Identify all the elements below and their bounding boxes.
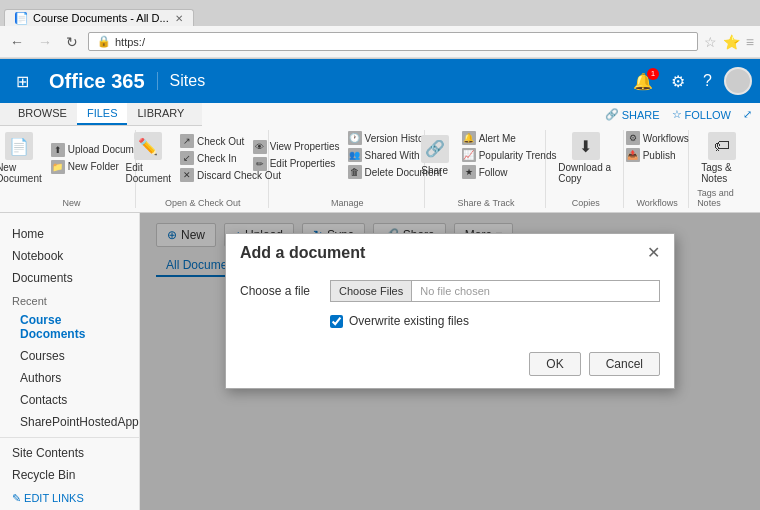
delete-icon: 🗑 xyxy=(348,165,362,179)
workflows-icon: ⚙ xyxy=(626,131,640,145)
forward-button[interactable]: → xyxy=(34,32,56,52)
sidebar-item-notebook[interactable]: Notebook xyxy=(0,245,139,267)
ok-button[interactable]: OK xyxy=(529,352,580,376)
sidebar-item-contacts[interactable]: Contacts xyxy=(0,389,139,411)
add-document-dialog: Add a document ✕ Choose a file Choose Fi… xyxy=(225,233,675,389)
user-avatar[interactable] xyxy=(724,67,752,95)
sidebar-item-recycle-bin[interactable]: Recycle Bin xyxy=(0,464,139,486)
alert-me-button[interactable]: 🔔 Alert Me xyxy=(459,130,560,146)
check-out-icon: ↗ xyxy=(180,134,194,148)
sidebar-item-course-documents[interactable]: Course Docoments xyxy=(0,309,139,345)
upload-icon: ⬆ xyxy=(51,143,65,157)
open-group-label: Open & Check Out xyxy=(165,196,241,208)
edit-links-button[interactable]: ✎ EDIT LINKS xyxy=(0,486,139,510)
file-input-field: Choose Files No file chosen xyxy=(330,280,660,302)
workflows-button[interactable]: ⚙ Workflows xyxy=(623,130,692,146)
ssl-lock-icon: 🔒 xyxy=(97,35,111,48)
ribbon-tabs: BROWSE FILES LIBRARY xyxy=(0,103,202,126)
sidebar-item-home[interactable]: Home xyxy=(0,223,139,245)
settings-button[interactable]: ⚙ xyxy=(665,68,691,95)
ribbon-actions: 🔗 SHARE ☆ FOLLOW ⤢ xyxy=(597,106,760,123)
back-button[interactable]: ← xyxy=(6,32,28,52)
office365-title: Office 365 xyxy=(37,70,157,93)
dialog-overlay: Add a document ✕ Choose a file Choose Fi… xyxy=(140,213,760,510)
view-properties-icon: 👁 xyxy=(253,140,267,154)
waffle-menu-icon[interactable]: ⊞ xyxy=(8,68,37,95)
sidebar: Home Notebook Documents Recent Course Do… xyxy=(0,213,140,510)
tab-browse[interactable]: BROWSE xyxy=(8,103,77,125)
sidebar-item-authors[interactable]: Authors xyxy=(0,367,139,389)
overwrite-row: Overwrite existing files xyxy=(330,314,660,328)
dialog-close-button[interactable]: ✕ xyxy=(647,245,660,261)
dialog-title: Add a document xyxy=(240,244,365,262)
cancel-button[interactable]: Cancel xyxy=(589,352,660,376)
notification-badge: 1 xyxy=(647,68,659,80)
popularity-trends-button[interactable]: 📈 Popularity Trends xyxy=(459,147,560,163)
new-folder-icon: 📁 xyxy=(51,160,65,174)
new-document-icon: 📄 xyxy=(5,132,33,160)
notification-button[interactable]: 🔔 1 xyxy=(627,68,659,95)
ribbon-group-workflows: ⚙ Workflows 📤 Publish Workflows xyxy=(626,130,689,208)
publish-button[interactable]: 📤 Publish xyxy=(623,147,692,163)
edit-properties-button[interactable]: ✏ Edit Properties xyxy=(250,156,343,172)
alert-icon: 🔔 xyxy=(462,131,476,145)
new-group-label: New xyxy=(62,196,80,208)
ribbon-content: 📄 NewDocument ⬆ Upload Document 📁 New Fo… xyxy=(0,126,760,212)
sidebar-item-documents[interactable]: Documents xyxy=(0,267,139,289)
edit-document-button[interactable]: ✏️ EditDocument xyxy=(121,130,175,186)
sidebar-item-courses[interactable]: Courses xyxy=(0,345,139,367)
new-document-button[interactable]: 📄 NewDocument xyxy=(0,130,46,186)
sidebar-divider xyxy=(0,437,139,438)
menu-icon[interactable]: ≡ xyxy=(746,34,754,50)
check-in-icon: ↙ xyxy=(180,151,194,165)
edit-properties-icon: ✏ xyxy=(253,157,267,171)
view-properties-button[interactable]: 👁 View Properties xyxy=(250,139,343,155)
tab-files[interactable]: FILES xyxy=(77,103,128,125)
ribbon-group-copies: ⬇ Download a Copy Copies xyxy=(548,130,624,208)
follow-button[interactable]: ★ Follow xyxy=(459,164,560,180)
share-action[interactable]: 🔗 SHARE xyxy=(605,108,660,121)
tab-favicon: 📄 xyxy=(15,12,27,24)
publish-icon: 📤 xyxy=(626,148,640,162)
help-button[interactable]: ? xyxy=(697,68,718,94)
active-tab[interactable]: 📄 Course Documents - All D... ✕ xyxy=(4,9,194,26)
overwrite-label: Overwrite existing files xyxy=(349,314,469,328)
share-group-label: Share & Track xyxy=(458,196,515,208)
sidebar-item-sharepoint[interactable]: SharePointHostedApp xyxy=(0,411,139,433)
follow-icon: ★ xyxy=(462,165,476,179)
tab-library[interactable]: LIBRARY xyxy=(127,103,194,125)
edit-document-icon: ✏️ xyxy=(134,132,162,160)
share-button[interactable]: 🔗 Share xyxy=(413,133,457,178)
choose-files-button[interactable]: Choose Files xyxy=(331,281,412,301)
extensions-icon[interactable]: ⭐ xyxy=(723,34,740,50)
content-area: ⊕ New ↑ Upload ↻ Sync 🔗 Share More ▾ All… xyxy=(140,213,760,510)
follow-action[interactable]: ☆ FOLLOW xyxy=(672,108,731,121)
shared-icon: 👥 xyxy=(348,148,362,162)
browser-tabs: 📄 Course Documents - All D... ✕ xyxy=(0,0,760,26)
overwrite-checkbox[interactable] xyxy=(330,315,343,328)
choose-file-label: Choose a file xyxy=(240,284,330,298)
discard-icon: ✕ xyxy=(180,168,194,182)
file-name-display: No file chosen xyxy=(412,281,659,301)
sidebar-item-site-contents[interactable]: Site Contents xyxy=(0,442,139,464)
download-copy-button[interactable]: ⬇ Download a Copy xyxy=(554,130,617,186)
focus-action[interactable]: ⤢ xyxy=(743,108,752,121)
choose-file-row: Choose a file Choose Files No file chose… xyxy=(240,280,660,302)
dialog-footer: OK Cancel xyxy=(226,344,674,388)
tab-close-btn[interactable]: ✕ xyxy=(175,13,183,24)
refresh-button[interactable]: ↻ xyxy=(62,32,82,52)
version-icon: 🕐 xyxy=(348,131,362,145)
address-bar[interactable]: 🔒 https:/ xyxy=(88,32,698,51)
ribbon-group-new: 📄 NewDocument ⬆ Upload Document 📁 New Fo… xyxy=(8,130,136,208)
dialog-body: Choose a file Choose Files No file chose… xyxy=(226,268,674,344)
ribbon-group-share: 🔗 Share 🔔 Alert Me 📈 Popularity Trends ★… xyxy=(427,130,546,208)
share-icon: 🔗 xyxy=(421,135,449,163)
file-input-area: Choose Files No file chosen xyxy=(330,280,660,302)
trends-icon: 📈 xyxy=(462,148,476,162)
sites-label[interactable]: Sites xyxy=(157,72,218,90)
sidebar-section-recent: Recent xyxy=(0,289,139,309)
bookmark-star-icon[interactable]: ☆ xyxy=(704,34,717,50)
tags-icon: 🏷 xyxy=(708,132,736,160)
tags-notes-button[interactable]: 🏷 Tags & Notes xyxy=(697,130,746,186)
ribbon: BROWSE FILES LIBRARY 🔗 SHARE ☆ FOLLOW ⤢ … xyxy=(0,103,760,213)
